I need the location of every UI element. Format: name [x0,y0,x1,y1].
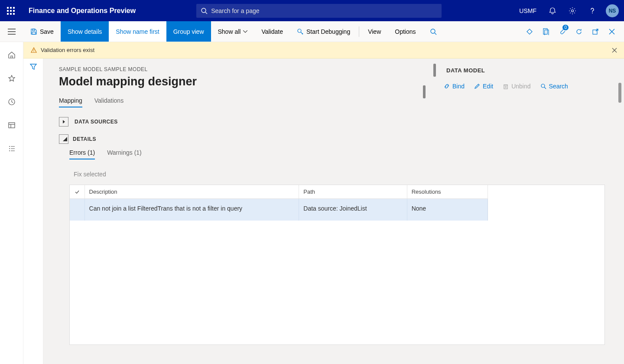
svg-rect-18 [32,32,36,34]
options-button[interactable]: Options [388,21,422,42]
attachments-icon[interactable]: 0 [555,21,570,42]
group-view-button[interactable]: Group view [166,21,211,42]
table-row[interactable]: Can not join a list FilteredTrans that i… [70,199,488,221]
svg-point-3 [592,13,593,13]
svg-point-19 [298,29,301,32]
details-tabs: Errors (1) Warnings (1) [69,149,624,159]
bind-button[interactable]: Bind [444,83,465,90]
validate-button[interactable]: Validate [254,21,290,42]
cell-path: Data source: JoinedList [299,199,407,221]
edit-icon [474,83,480,89]
svg-point-28 [33,51,34,52]
edit-button[interactable]: Edit [474,83,493,90]
funnel-icon[interactable] [29,63,37,364]
warning-icon [30,47,37,54]
home-icon[interactable] [0,46,23,64]
show-all-button[interactable]: Show all [211,21,255,42]
svg-rect-22 [543,29,547,34]
svg-line-21 [435,33,436,35]
personalize-icon[interactable] [522,21,537,42]
bind-icon [444,83,450,89]
tab-warnings[interactable]: Warnings (1) [107,149,142,159]
page-options-icon[interactable] [538,21,554,42]
search-input[interactable] [211,7,437,14]
content-area: SAMPLE MODEL SAMPLE MODEL Model mapping … [23,58,624,364]
search-icon [540,83,546,89]
svg-point-20 [431,29,435,33]
data-sources-expander[interactable] [59,117,68,127]
svg-point-2 [572,10,574,12]
svg-point-35 [541,84,545,88]
svg-line-1 [205,12,207,14]
left-nav-rail [0,21,23,364]
splitter-handle-icon[interactable] [423,85,426,98]
view-button[interactable]: View [361,21,388,42]
filter-column [23,58,43,364]
svg-rect-31 [504,85,507,89]
column-path[interactable]: Path [299,185,407,199]
svg-point-8 [9,146,10,147]
cell-description: Can not join a list FilteredTrans that i… [84,199,299,221]
main-tabs: Mapping Validations [59,97,624,107]
tab-errors[interactable]: Errors (1) [69,149,95,159]
top-bar: Finance and Operations Preview USMF NS [0,0,624,21]
svg-point-12 [9,150,10,151]
favorites-icon[interactable] [0,70,23,87]
workspaces-icon[interactable] [0,117,23,134]
search-box[interactable] [196,4,442,18]
avatar[interactable]: NS [606,4,619,17]
unbind-button: Unbind [503,83,530,90]
column-resolutions[interactable]: Resolutions [407,185,488,199]
dm-search-button[interactable]: Search [540,83,568,90]
toolbar-search-icon[interactable] [423,21,444,42]
unbind-icon [503,83,509,89]
details-title: DETAILS [73,136,96,142]
svg-rect-5 [9,123,15,128]
show-details-button[interactable]: Show details [61,21,109,42]
data-model-panel: DATA MODEL Bind Edit Unbind Search [433,64,615,90]
svg-point-0 [202,8,206,13]
show-name-first-button[interactable]: Show name first [109,21,166,42]
close-icon[interactable] [604,21,620,42]
modules-icon[interactable] [0,140,23,157]
data-sources-title: DATA SOURCES [75,119,118,125]
app-title: Finance and Operations Preview [22,7,136,15]
column-select[interactable] [70,185,84,199]
hamburger-icon[interactable] [0,21,23,42]
chevron-down-icon [243,30,247,33]
attachments-badge: 0 [562,25,569,30]
company-label[interactable]: USMF [513,0,543,21]
notifications-icon[interactable] [543,0,562,21]
column-description[interactable]: Description [84,185,299,199]
search-icon [201,7,208,14]
action-bar: Save Show details Show name first Group … [0,21,624,42]
debug-icon [297,28,304,35]
scrollbar-thumb[interactable] [618,83,621,103]
svg-line-36 [544,87,546,89]
help-icon[interactable] [582,0,602,21]
drag-handle-icon[interactable] [433,64,436,77]
tab-validations[interactable]: Validations [94,97,124,107]
data-model-title: DATA MODEL [446,67,485,74]
settings-icon[interactable] [562,0,582,21]
save-button[interactable]: Save [23,21,61,42]
cell-resolutions: None [407,199,488,221]
start-debugging-button[interactable]: Start Debugging [290,21,357,42]
waffle-icon[interactable] [0,0,22,21]
save-label: Save [40,28,54,35]
refresh-icon[interactable] [571,21,587,42]
fix-selected-button[interactable]: Fix selected [74,171,624,178]
details-collapser[interactable] [59,134,68,144]
warning-close-icon[interactable] [612,48,617,53]
svg-rect-17 [32,29,35,31]
svg-point-10 [9,148,10,149]
recent-icon[interactable] [0,93,23,110]
errors-table: Description Path Resolutions Can not joi… [69,185,605,345]
save-icon [30,28,37,35]
warning-bar: Validation errors exist [23,42,624,58]
popout-icon[interactable] [588,21,603,42]
tab-mapping[interactable]: Mapping [59,97,82,107]
warning-text: Validation errors exist [41,47,94,53]
